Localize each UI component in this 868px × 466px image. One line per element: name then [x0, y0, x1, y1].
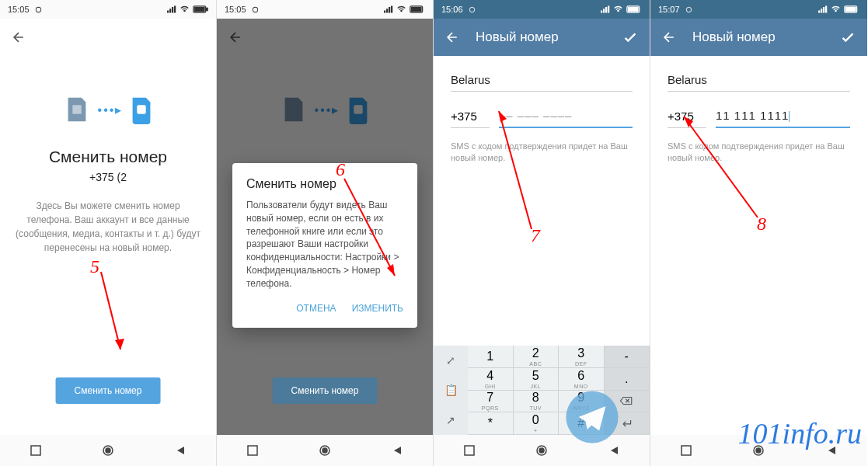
wifi-icon [831, 5, 841, 13]
key-5[interactable]: 5JKL [514, 368, 559, 391]
popup-icon[interactable]: ↗ [446, 414, 455, 426]
status-bar: 15:06 [434, 0, 650, 19]
key-1[interactable]: 1 [468, 346, 514, 368]
alarm-icon [251, 5, 260, 14]
svg-rect-23 [601, 11, 602, 13]
key-0[interactable]: 0+ [514, 412, 559, 435]
svg-rect-2 [172, 7, 173, 13]
key-minus[interactable]: - [605, 346, 650, 368]
annotation-label-6: 6 [336, 159, 345, 180]
svg-point-31 [539, 448, 544, 453]
nav-back-icon[interactable] [608, 445, 619, 456]
alarm-icon [468, 5, 476, 14]
battery-icon [193, 5, 208, 13]
confirm-dialog: Сменить номер Пользователи будут видеть … [232, 163, 417, 328]
nav-back-icon[interactable] [175, 445, 186, 456]
svg-rect-3 [174, 6, 176, 13]
nav-circle-icon[interactable] [102, 444, 114, 457]
alarm-icon [685, 5, 693, 14]
nav-square-icon[interactable] [247, 445, 258, 456]
svg-point-21 [322, 448, 327, 453]
change-number-button[interactable]: Сменить номер [273, 377, 378, 404]
toolbar: Новый номер [434, 19, 650, 56]
svg-rect-8 [138, 105, 146, 113]
svg-rect-36 [825, 6, 827, 13]
nav-bar [217, 435, 433, 466]
country-code[interactable]: +375 [668, 105, 706, 128]
watermark: 101info.ru [738, 416, 862, 450]
back-icon[interactable] [444, 30, 460, 45]
time: 15:06 [441, 5, 463, 14]
back-icon[interactable] [661, 30, 677, 45]
cancel-button[interactable]: ОТМЕНА [296, 303, 336, 314]
dialog-title: Сменить номер [246, 177, 403, 191]
svg-rect-7 [72, 105, 81, 113]
key-dot[interactable]: . [605, 368, 650, 391]
toolbar: Новый номер [650, 19, 867, 56]
svg-rect-13 [386, 9, 388, 12]
svg-rect-28 [629, 8, 639, 12]
change-number-button[interactable]: Сменить номер [56, 377, 161, 404]
arrow-dots-icon: •••▸ [98, 103, 124, 117]
nav-circle-icon[interactable] [535, 444, 548, 457]
svg-rect-6 [195, 8, 205, 12]
screen-2: 15:05 •••▸ Сменить номер Сменить номер П… [217, 0, 434, 466]
nav-circle-icon[interactable] [319, 444, 331, 457]
time: 15:05 [8, 5, 30, 14]
key-8[interactable]: 8TUV [514, 391, 559, 413]
svg-rect-24 [603, 9, 605, 12]
key-4[interactable]: 4GHI [468, 368, 514, 391]
screen-1: 15:05 •••▸ Сменить номер +375 (2 Здесь В… [0, 0, 217, 466]
key-7[interactable]: 7PQRS [468, 391, 514, 413]
nav-square-icon[interactable] [464, 445, 475, 456]
check-icon[interactable] [622, 29, 639, 46]
phone-display: +375 (2 [16, 171, 200, 183]
page-title: Сменить номер [16, 148, 200, 166]
country-code[interactable]: +375 [451, 105, 490, 128]
svg-rect-29 [465, 446, 474, 455]
svg-rect-26 [608, 6, 609, 13]
dialog-body: Пользователи будут видеть Ваш новый номе… [246, 199, 403, 290]
alarm-icon [34, 5, 43, 14]
nav-square-icon[interactable] [30, 445, 41, 456]
key-6[interactable]: 6MNO [559, 368, 605, 391]
key-2[interactable]: 2ABC [514, 346, 559, 368]
nav-square-icon[interactable] [681, 445, 692, 456]
battery-icon [410, 5, 425, 13]
svg-rect-15 [391, 6, 392, 13]
expand-icon[interactable]: ⤢ [446, 354, 455, 367]
clipboard-icon[interactable]: 📋 [444, 384, 458, 396]
time: 15:05 [225, 5, 246, 14]
telegram-logo-icon [565, 390, 619, 444]
confirm-button[interactable]: ИЗМЕНИТЬ [352, 303, 403, 314]
check-icon[interactable] [839, 29, 856, 46]
svg-point-22 [469, 7, 474, 12]
svg-rect-12 [384, 11, 385, 13]
svg-rect-1 [169, 9, 171, 12]
status-bar: 15:05 [217, 0, 433, 19]
svg-point-11 [106, 448, 110, 453]
country-selector[interactable]: Belarus [668, 68, 850, 92]
svg-rect-19 [248, 446, 257, 455]
time: 15:07 [658, 5, 680, 14]
back-icon[interactable] [11, 30, 26, 45]
description: Здесь Вы можете сменить номер телефона. … [16, 199, 200, 255]
toolbar [0, 19, 216, 56]
toolbar-title: Новый номер [692, 30, 776, 45]
status-bar: 15:07 [650, 0, 867, 19]
sms-note: SMS с кодом подтверждения придет на Ваш … [451, 141, 633, 165]
signal-icon [384, 5, 393, 13]
country-selector[interactable]: Belarus [451, 68, 633, 92]
key-star[interactable]: * [468, 412, 514, 435]
svg-rect-35 [823, 7, 824, 13]
phone-input[interactable]: 11 111 1111 [716, 104, 850, 128]
svg-rect-33 [818, 11, 820, 13]
svg-rect-34 [821, 9, 822, 12]
wifi-icon [396, 5, 406, 13]
svg-rect-39 [682, 446, 691, 455]
key-3[interactable]: 3DEF [559, 346, 605, 368]
phone-input[interactable]: –– ––– –––– [499, 104, 633, 128]
svg-rect-0 [167, 11, 169, 13]
toolbar-title: Новый номер [476, 30, 559, 45]
nav-back-icon[interactable] [392, 445, 403, 456]
